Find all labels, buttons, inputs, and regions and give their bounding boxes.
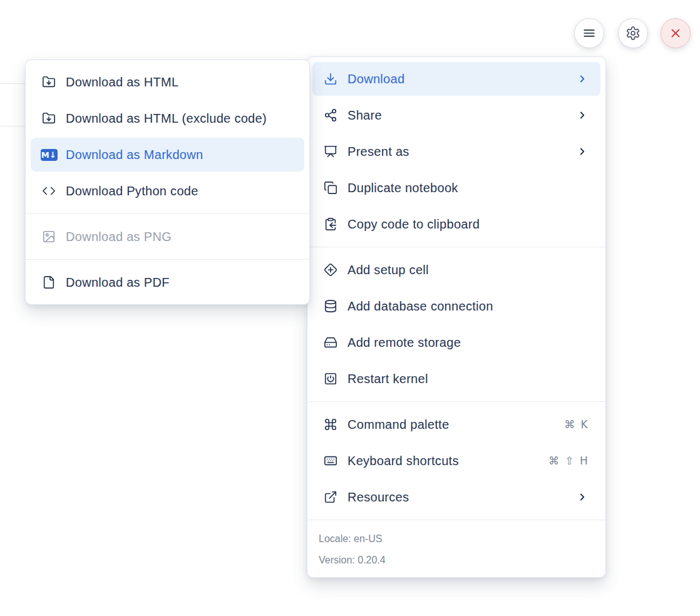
icon-box bbox=[322, 145, 339, 158]
folder-down-icon bbox=[42, 111, 56, 125]
menu-divider bbox=[307, 401, 605, 402]
presentation-icon bbox=[324, 145, 337, 158]
menu-item-download-as-html-exclude-code[interactable]: Download as HTML (exclude code) bbox=[31, 101, 304, 135]
icon-box bbox=[41, 75, 57, 89]
external-link-icon bbox=[324, 490, 337, 504]
icon-box bbox=[322, 372, 339, 386]
menu-item-label: Present as bbox=[347, 145, 409, 159]
menu-item-share[interactable]: Share bbox=[312, 98, 600, 132]
menu-item-download[interactable]: Download bbox=[312, 62, 600, 96]
chevron-right-icon bbox=[577, 73, 588, 85]
menu-item-label: Download as HTML bbox=[66, 75, 178, 90]
keyboard-icon bbox=[324, 454, 337, 468]
notebook-menu-button[interactable] bbox=[574, 18, 604, 48]
menu-item-restart-kernel[interactable]: Restart kernel bbox=[312, 362, 600, 396]
icon-box bbox=[41, 111, 57, 125]
database-icon bbox=[324, 299, 337, 313]
icon-box bbox=[322, 336, 339, 349]
icon-box bbox=[322, 72, 339, 86]
share-icon bbox=[324, 108, 337, 122]
chevron-right-icon bbox=[577, 110, 588, 121]
menu-item-download-python-code[interactable]: Download Python code bbox=[31, 174, 304, 208]
menu-item-label: Duplicate notebook bbox=[347, 181, 458, 195]
download-submenu: Download as HTMLDownload as HTML (exclud… bbox=[25, 59, 310, 305]
icon-box bbox=[322, 454, 339, 468]
menu-item-label: Command palette bbox=[347, 418, 449, 432]
shortcut-key: ⌘ bbox=[564, 418, 575, 431]
menu-item-label: Download as HTML (exclude code) bbox=[66, 111, 267, 126]
icon-box bbox=[322, 263, 339, 277]
page-rule bbox=[0, 83, 25, 84]
menu-item-label: Keyboard shortcuts bbox=[347, 454, 459, 468]
icon-box bbox=[322, 108, 339, 122]
gear-icon bbox=[625, 26, 641, 41]
menu-icon bbox=[581, 25, 597, 41]
settings-button[interactable] bbox=[618, 18, 648, 48]
menu-item-label: Resources bbox=[347, 490, 409, 505]
menu-item-copy-code-to-clipboard[interactable]: Copy code to clipboard bbox=[312, 207, 600, 241]
icon-box bbox=[322, 490, 339, 504]
menu-item-download-as-html[interactable]: Download as HTML bbox=[31, 65, 304, 99]
chevron-right-icon bbox=[577, 110, 588, 121]
menu-item-label: Download as Markdown bbox=[66, 148, 203, 162]
page-rule bbox=[0, 126, 25, 126]
menu-item-add-remote-storage[interactable]: Add remote storage bbox=[312, 326, 600, 359]
power-icon bbox=[324, 372, 337, 386]
hard-drive-icon bbox=[324, 336, 337, 349]
markdown-icon: M↓ bbox=[41, 149, 58, 161]
icon-box bbox=[41, 275, 57, 289]
chevron-right-icon bbox=[577, 491, 588, 503]
locale-text: Locale: en-US bbox=[319, 528, 594, 550]
shortcut-key: ⇧ bbox=[565, 454, 574, 467]
code-icon bbox=[42, 184, 56, 198]
menu-item-label: Copy code to clipboard bbox=[347, 217, 480, 232]
menu-item-label: Add remote storage bbox=[347, 336, 461, 350]
main-menu: DownloadSharePresent asDuplicate noteboo… bbox=[307, 56, 606, 578]
shortcut-key: H bbox=[580, 454, 588, 467]
menu-divider bbox=[307, 520, 605, 520]
shortcut-hint: ⌘⇧H bbox=[548, 454, 588, 467]
clipboard-copy-icon bbox=[324, 217, 337, 231]
icon-box bbox=[322, 181, 339, 195]
menu-item-add-database-connection[interactable]: Add database connection bbox=[312, 289, 600, 323]
menu-item-add-setup-cell[interactable]: Add setup cell bbox=[312, 253, 600, 287]
shortcut-key: ⌘ bbox=[548, 454, 559, 467]
download-icon bbox=[324, 72, 337, 86]
shortcut-hint: ⌘K bbox=[564, 418, 588, 431]
command-icon bbox=[324, 418, 337, 431]
close-icon bbox=[669, 26, 682, 40]
menu-item-download-as-pdf[interactable]: Download as PDF bbox=[31, 265, 304, 299]
menu-item-keyboard-shortcuts[interactable]: Keyboard shortcuts⌘⇧H bbox=[312, 444, 600, 478]
image-icon bbox=[42, 230, 56, 244]
duplicate-icon bbox=[324, 181, 337, 195]
icon-box: M↓ bbox=[41, 149, 57, 161]
icon-box bbox=[41, 184, 57, 198]
menu-item-label: Download Python code bbox=[66, 184, 198, 198]
menu-item-label: Add database connection bbox=[347, 299, 493, 314]
menu-item-label: Share bbox=[347, 108, 382, 123]
chevron-right-icon bbox=[577, 491, 588, 503]
menu-item-duplicate-notebook[interactable]: Duplicate notebook bbox=[312, 171, 600, 205]
menu-item-label: Download as PNG bbox=[66, 230, 172, 244]
chevron-right-icon bbox=[577, 146, 588, 157]
menu-item-label: Restart kernel bbox=[347, 372, 428, 386]
menu-item-present-as[interactable]: Present as bbox=[312, 135, 600, 168]
menu-item-label: Download bbox=[347, 72, 404, 86]
menu-item-label: Download as PDF bbox=[66, 275, 170, 290]
folder-down-icon bbox=[42, 75, 56, 89]
menu-item-resources[interactable]: Resources bbox=[312, 480, 600, 514]
menu-divider bbox=[26, 213, 309, 214]
shortcut-key: K bbox=[581, 418, 588, 431]
close-button[interactable] bbox=[661, 18, 691, 48]
menu-divider bbox=[26, 259, 309, 260]
menu-item-download-as-png[interactable]: Download as PNG bbox=[31, 220, 304, 254]
chevron-right-icon bbox=[577, 146, 588, 157]
diamond-plus-icon bbox=[324, 263, 337, 277]
menu-divider bbox=[307, 247, 605, 247]
menu-item-label: Add setup cell bbox=[347, 263, 429, 277]
icon-box bbox=[322, 299, 339, 313]
file-icon bbox=[42, 275, 56, 289]
menu-item-command-palette[interactable]: Command palette⌘K bbox=[312, 408, 600, 441]
icon-box bbox=[41, 230, 57, 244]
menu-item-download-as-markdown[interactable]: M↓Download as Markdown bbox=[31, 138, 304, 172]
